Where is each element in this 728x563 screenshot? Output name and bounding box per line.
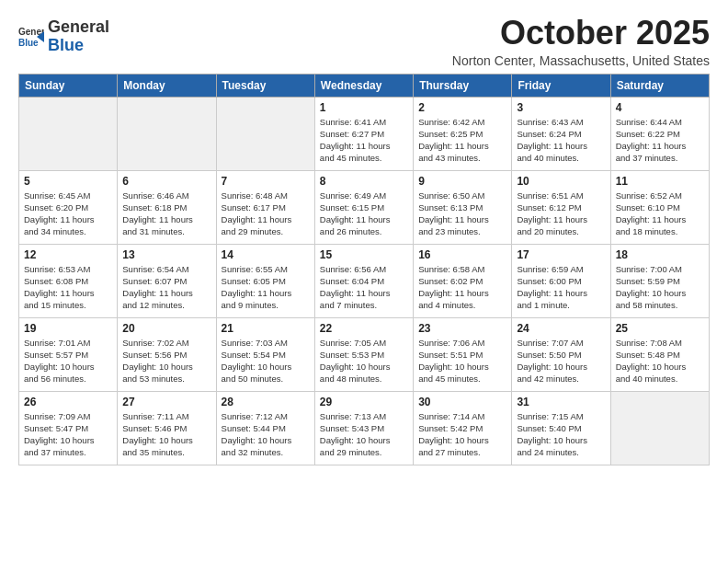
day-number: 12 xyxy=(24,248,112,261)
day-number: 28 xyxy=(222,396,310,408)
day-info: Sunrise: 7:09 AM Sunset: 5:47 PM Dayligh… xyxy=(24,410,112,459)
day-number: 15 xyxy=(320,248,408,261)
day-number: 10 xyxy=(517,175,605,188)
weekday-header-monday: Monday xyxy=(118,74,216,97)
day-number: 23 xyxy=(418,322,506,335)
day-info: Sunrise: 7:08 AM Sunset: 5:48 PM Dayligh… xyxy=(616,337,704,385)
calendar-cell: 16Sunrise: 6:58 AM Sunset: 6:02 PM Dayli… xyxy=(414,244,512,317)
day-number: 30 xyxy=(418,396,506,408)
page-header: General Blue General Blue October 2025 N… xyxy=(18,15,710,68)
day-number: 1 xyxy=(320,101,408,114)
day-info: Sunrise: 6:58 AM Sunset: 6:02 PM Dayligh… xyxy=(418,263,506,312)
day-number: 4 xyxy=(616,101,704,114)
calendar-cell: 23Sunrise: 7:06 AM Sunset: 5:51 PM Dayli… xyxy=(414,317,512,391)
calendar-cell: 2Sunrise: 6:42 AM Sunset: 6:25 PM Daylig… xyxy=(414,97,512,170)
calendar-cell: 15Sunrise: 6:56 AM Sunset: 6:04 PM Dayli… xyxy=(314,244,413,317)
day-number: 5 xyxy=(24,175,112,188)
calendar-cell: 12Sunrise: 6:53 AM Sunset: 6:08 PM Dayli… xyxy=(19,244,118,317)
calendar-cell: 3Sunrise: 6:43 AM Sunset: 6:24 PM Daylig… xyxy=(512,97,610,170)
day-info: Sunrise: 6:43 AM Sunset: 6:24 PM Dayligh… xyxy=(517,116,605,165)
page-container: General Blue General Blue October 2025 N… xyxy=(0,0,728,475)
day-info: Sunrise: 7:01 AM Sunset: 5:57 PM Dayligh… xyxy=(24,337,112,385)
calendar-cell: 9Sunrise: 6:50 AM Sunset: 6:13 PM Daylig… xyxy=(414,170,512,244)
weekday-header-saturday: Saturday xyxy=(610,74,709,97)
weekday-header-wednesday: Wednesday xyxy=(314,74,413,97)
calendar-week-row: 12Sunrise: 6:53 AM Sunset: 6:08 PM Dayli… xyxy=(19,244,710,317)
day-number: 7 xyxy=(222,175,310,188)
day-number: 26 xyxy=(24,396,112,408)
calendar-cell: 28Sunrise: 7:12 AM Sunset: 5:44 PM Dayli… xyxy=(216,391,314,465)
day-info: Sunrise: 7:06 AM Sunset: 5:51 PM Dayligh… xyxy=(418,337,506,385)
day-number: 13 xyxy=(122,248,210,261)
day-info: Sunrise: 6:53 AM Sunset: 6:08 PM Dayligh… xyxy=(24,263,112,312)
day-number: 27 xyxy=(122,396,210,408)
day-info: Sunrise: 7:15 AM Sunset: 5:40 PM Dayligh… xyxy=(517,410,605,459)
day-info: Sunrise: 6:44 AM Sunset: 6:22 PM Dayligh… xyxy=(616,116,704,165)
day-number: 16 xyxy=(418,248,506,261)
calendar-cell: 27Sunrise: 7:11 AM Sunset: 5:46 PM Dayli… xyxy=(118,391,216,465)
day-info: Sunrise: 7:14 AM Sunset: 5:42 PM Dayligh… xyxy=(418,410,506,459)
calendar-cell: 25Sunrise: 7:08 AM Sunset: 5:48 PM Dayli… xyxy=(610,317,709,391)
day-number: 14 xyxy=(222,248,310,261)
day-number: 6 xyxy=(122,175,210,188)
location: Norton Center, Massachusetts, United Sta… xyxy=(452,53,710,68)
day-number: 8 xyxy=(320,175,408,188)
day-number: 31 xyxy=(517,396,605,408)
day-number: 21 xyxy=(222,322,310,335)
day-info: Sunrise: 7:03 AM Sunset: 5:54 PM Dayligh… xyxy=(222,337,310,385)
calendar-cell: 11Sunrise: 6:52 AM Sunset: 6:10 PM Dayli… xyxy=(610,170,709,244)
weekday-header-friday: Friday xyxy=(512,74,610,97)
title-block: October 2025 Norton Center, Massachusett… xyxy=(452,15,710,68)
day-info: Sunrise: 7:12 AM Sunset: 5:44 PM Dayligh… xyxy=(222,410,310,459)
day-info: Sunrise: 6:45 AM Sunset: 6:20 PM Dayligh… xyxy=(24,190,112,238)
calendar-cell: 30Sunrise: 7:14 AM Sunset: 5:42 PM Dayli… xyxy=(414,391,512,465)
day-info: Sunrise: 6:55 AM Sunset: 6:05 PM Dayligh… xyxy=(222,263,310,312)
calendar-cell: 24Sunrise: 7:07 AM Sunset: 5:50 PM Dayli… xyxy=(512,317,610,391)
day-info: Sunrise: 7:05 AM Sunset: 5:53 PM Dayligh… xyxy=(320,337,408,385)
day-info: Sunrise: 7:07 AM Sunset: 5:50 PM Dayligh… xyxy=(517,337,605,385)
day-info: Sunrise: 7:00 AM Sunset: 5:59 PM Dayligh… xyxy=(616,263,704,312)
day-number: 2 xyxy=(418,101,506,114)
calendar-cell: 6Sunrise: 6:46 AM Sunset: 6:18 PM Daylig… xyxy=(118,170,216,244)
calendar-cell: 5Sunrise: 6:45 AM Sunset: 6:20 PM Daylig… xyxy=(19,170,118,244)
calendar-cell: 18Sunrise: 7:00 AM Sunset: 5:59 PM Dayli… xyxy=(610,244,709,317)
day-number: 22 xyxy=(320,322,408,335)
day-info: Sunrise: 6:48 AM Sunset: 6:17 PM Dayligh… xyxy=(222,190,310,238)
day-number: 20 xyxy=(122,322,210,335)
day-info: Sunrise: 6:50 AM Sunset: 6:13 PM Dayligh… xyxy=(418,190,506,238)
calendar-week-row: 1Sunrise: 6:41 AM Sunset: 6:27 PM Daylig… xyxy=(19,97,710,170)
day-number: 19 xyxy=(24,322,112,335)
day-info: Sunrise: 6:46 AM Sunset: 6:18 PM Dayligh… xyxy=(122,190,210,238)
day-info: Sunrise: 6:52 AM Sunset: 6:10 PM Dayligh… xyxy=(616,190,704,238)
calendar-cell: 20Sunrise: 7:02 AM Sunset: 5:56 PM Dayli… xyxy=(118,317,216,391)
calendar-cell: 4Sunrise: 6:44 AM Sunset: 6:22 PM Daylig… xyxy=(610,97,709,170)
calendar-cell xyxy=(118,97,216,170)
day-number: 9 xyxy=(418,175,506,188)
day-info: Sunrise: 6:41 AM Sunset: 6:27 PM Dayligh… xyxy=(320,116,408,165)
day-number: 24 xyxy=(517,322,605,335)
calendar-cell: 22Sunrise: 7:05 AM Sunset: 5:53 PM Dayli… xyxy=(314,317,413,391)
weekday-header-tuesday: Tuesday xyxy=(216,74,314,97)
calendar-cell: 1Sunrise: 6:41 AM Sunset: 6:27 PM Daylig… xyxy=(314,97,413,170)
day-info: Sunrise: 6:42 AM Sunset: 6:25 PM Dayligh… xyxy=(418,116,506,165)
day-info: Sunrise: 6:54 AM Sunset: 6:07 PM Dayligh… xyxy=(122,263,210,312)
calendar-cell xyxy=(19,97,118,170)
calendar-cell: 17Sunrise: 6:59 AM Sunset: 6:00 PM Dayli… xyxy=(512,244,610,317)
day-number: 11 xyxy=(616,175,704,188)
month-title: October 2025 xyxy=(452,15,710,52)
day-info: Sunrise: 6:56 AM Sunset: 6:04 PM Dayligh… xyxy=(320,263,408,312)
calendar-cell: 13Sunrise: 6:54 AM Sunset: 6:07 PM Dayli… xyxy=(118,244,216,317)
calendar-cell xyxy=(610,391,709,465)
svg-text:Blue: Blue xyxy=(18,38,39,48)
day-number: 3 xyxy=(517,101,605,114)
calendar-header-row: SundayMondayTuesdayWednesdayThursdayFrid… xyxy=(19,74,710,97)
logo-icon: General Blue xyxy=(18,24,44,50)
calendar-cell: 8Sunrise: 6:49 AM Sunset: 6:15 PM Daylig… xyxy=(314,170,413,244)
day-info: Sunrise: 6:59 AM Sunset: 6:00 PM Dayligh… xyxy=(517,263,605,312)
calendar-cell: 29Sunrise: 7:13 AM Sunset: 5:43 PM Dayli… xyxy=(314,391,413,465)
logo-text: General Blue xyxy=(48,18,109,55)
day-info: Sunrise: 7:13 AM Sunset: 5:43 PM Dayligh… xyxy=(320,410,408,459)
day-number: 17 xyxy=(517,248,605,261)
calendar-cell: 21Sunrise: 7:03 AM Sunset: 5:54 PM Dayli… xyxy=(216,317,314,391)
calendar-cell: 31Sunrise: 7:15 AM Sunset: 5:40 PM Dayli… xyxy=(512,391,610,465)
